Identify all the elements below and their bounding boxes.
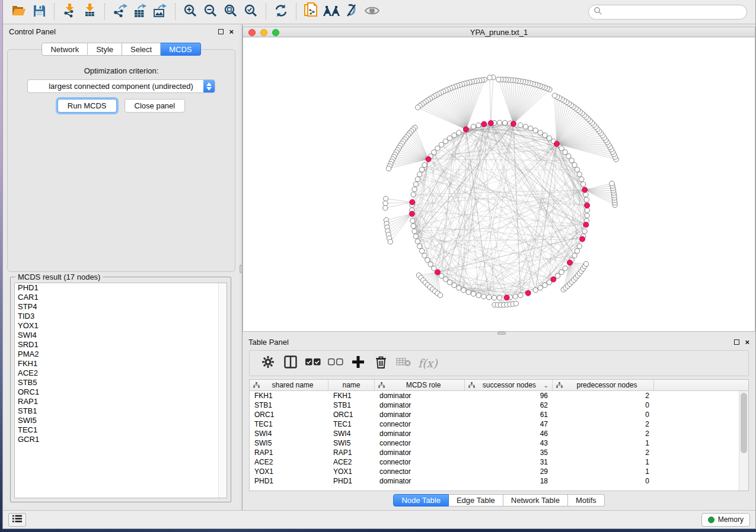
- node-table-header: shared namenameMCDS rolesuccessor nodes⌄…: [250, 380, 748, 391]
- mcds-result-item[interactable]: TID3: [15, 312, 227, 321]
- open-file-button[interactable]: [9, 2, 29, 21]
- table-row[interactable]: SWI5SWI5connector431: [250, 438, 739, 448]
- float-panel-icon[interactable]: [734, 339, 739, 345]
- window-minimize-icon[interactable]: [260, 29, 267, 36]
- mcds-result-item[interactable]: SRD1: [15, 340, 227, 350]
- table-row[interactable]: STB1STB1dominator620: [250, 400, 739, 410]
- table-scrollbar[interactable]: [739, 391, 748, 491]
- column-header-name[interactable]: name: [328, 380, 375, 390]
- delete-rows-button[interactable]: [369, 352, 392, 374]
- unselect-all-button[interactable]: [324, 352, 347, 374]
- mcds-result-item[interactable]: TEC1: [15, 425, 227, 435]
- function-builder-button[interactable]: f(x): [418, 357, 438, 370]
- column-header-MCDS-role[interactable]: MCDS role: [375, 380, 465, 390]
- close-panel-icon[interactable]: ×: [745, 339, 749, 345]
- mcds-list-scrollbar[interactable]: [218, 283, 227, 498]
- import-network-button[interactable]: [59, 2, 79, 21]
- save-session-button[interactable]: [29, 2, 49, 21]
- mcds-result-item[interactable]: PHD1: [15, 283, 227, 293]
- table-cell: 0: [553, 411, 654, 419]
- export-image-button[interactable]: [150, 2, 170, 21]
- table-row[interactable]: SWI4SWI4dominator462: [250, 429, 739, 438]
- memory-status-icon: [708, 517, 714, 523]
- show-columns-button[interactable]: [279, 352, 302, 374]
- zoom-in-button[interactable]: [180, 2, 200, 21]
- zoom-out-button[interactable]: [200, 2, 221, 21]
- memory-button[interactable]: Memory: [701, 513, 750, 527]
- search-icon: [594, 7, 602, 17]
- hide-graphics-details-button[interactable]: [342, 2, 362, 21]
- tab-select[interactable]: Select: [122, 43, 161, 56]
- export-network-button[interactable]: [110, 2, 130, 21]
- mcds-result-item[interactable]: FKH1: [15, 359, 227, 368]
- table-cell: YOX1: [250, 467, 328, 476]
- close-panel-icon[interactable]: ×: [229, 29, 234, 34]
- status-bar: Memory: [3, 510, 755, 528]
- toolbar-separator: [266, 4, 266, 20]
- mcds-result-item[interactable]: ORC1: [15, 387, 227, 397]
- mcds-result-item[interactable]: STB5: [15, 378, 227, 387]
- table-row[interactable]: FKH1FKH1dominator962: [250, 391, 739, 400]
- zoom-selected-button[interactable]: [241, 2, 261, 21]
- mcds-result-item[interactable]: PMA2: [15, 350, 227, 359]
- run-mcds-button[interactable]: Run MCDS: [58, 99, 117, 113]
- table-cell: RAP1: [250, 448, 328, 457]
- tab-edge-table[interactable]: Edge Table: [449, 494, 503, 507]
- tab-motifs[interactable]: Motifs: [568, 494, 605, 507]
- tab-node-table[interactable]: Node Table: [393, 494, 449, 507]
- float-panel-icon[interactable]: [218, 29, 224, 34]
- panel-menu-button[interactable]: [8, 513, 26, 527]
- export-network-icon: [112, 3, 128, 21]
- first-neighbors-button[interactable]: [321, 2, 342, 21]
- table-row[interactable]: RAP1RAP1dominator352: [250, 448, 739, 457]
- table-row[interactable]: YOX1YOX1connector291: [250, 467, 739, 476]
- select-all-button[interactable]: [302, 352, 324, 374]
- table-row[interactable]: PHD1PHD1dominator180: [250, 476, 739, 486]
- window-maximize-icon[interactable]: [272, 29, 279, 36]
- table-row[interactable]: ACE2ACE2connector311: [250, 457, 739, 467]
- table-cell: dominator: [375, 401, 465, 409]
- show-details-button[interactable]: [362, 2, 382, 21]
- mcds-result-item[interactable]: SWI5: [15, 416, 227, 425]
- add-row-button[interactable]: [347, 352, 369, 374]
- table-cell: connector: [375, 458, 465, 466]
- toolbar-separator: [296, 4, 296, 20]
- network-canvas[interactable]: [243, 37, 755, 332]
- mcds-result-item[interactable]: YOX1: [15, 321, 227, 331]
- search-input[interactable]: [602, 8, 742, 16]
- tab-network[interactable]: Network: [42, 43, 88, 56]
- table-settings-button[interactable]: [257, 352, 279, 374]
- clone-network-icon: [304, 2, 319, 21]
- zoom-selected-icon: [244, 4, 259, 21]
- tab-style[interactable]: Style: [88, 43, 122, 56]
- mcds-result-item[interactable]: STB1: [15, 406, 227, 416]
- column-header-shared-name[interactable]: shared name: [250, 380, 328, 390]
- mcds-result-item[interactable]: RAP1: [15, 397, 227, 406]
- close-panel-button[interactable]: Close panel: [125, 99, 186, 113]
- tab-network-table[interactable]: Network Table: [503, 494, 568, 507]
- refresh-view-button[interactable]: [271, 2, 291, 21]
- delete-column-button[interactable]: [392, 352, 414, 374]
- mcds-result-item[interactable]: CAR1: [15, 293, 227, 302]
- optimization-criterion-dropdown[interactable]: largest connected component (undirected): [27, 79, 215, 93]
- window-close-icon[interactable]: [248, 29, 256, 36]
- mcds-result-item[interactable]: GCR1: [15, 435, 227, 444]
- table-row[interactable]: ORC1ORC1dominator610: [250, 410, 739, 419]
- column-header-successor-nodes[interactable]: successor nodes⌄: [465, 380, 553, 390]
- network-view-titlebar[interactable]: YPA_prune.txt_1: [243, 27, 755, 37]
- tab-mcds[interactable]: MCDS: [161, 43, 200, 56]
- scrollbar-thumb[interactable]: [741, 393, 747, 453]
- mcds-result-item[interactable]: STP4: [15, 302, 227, 312]
- zoom-fit-button[interactable]: [221, 2, 241, 21]
- column-header-predecessor-nodes[interactable]: predecessor nodes: [553, 380, 654, 390]
- export-table-icon: [132, 3, 148, 21]
- clone-network-button[interactable]: [301, 2, 321, 21]
- network-search-box[interactable]: [588, 5, 747, 20]
- import-table-button[interactable]: [79, 2, 100, 21]
- table-row[interactable]: TEC1TEC1connector472: [250, 419, 739, 429]
- export-table-button[interactable]: [130, 2, 150, 21]
- mcds-result-item[interactable]: ACE2: [15, 368, 227, 378]
- mcds-result-item[interactable]: SWI4: [15, 331, 227, 340]
- mcds-result-list[interactable]: PHD1CAR1STP4TID3YOX1SWI4SRD1PMA2FKH1ACE2…: [14, 283, 227, 498]
- table-cell: PHD1: [328, 477, 375, 485]
